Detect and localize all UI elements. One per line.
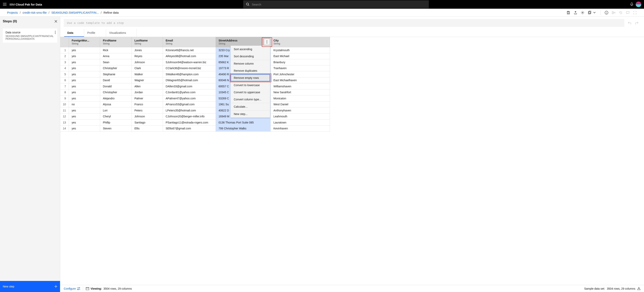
new-step-button[interactable]: New step bbox=[0, 281, 60, 292]
menu-new-step[interactable]: New step... bbox=[230, 110, 270, 118]
cell[interactable]: 0136 Thomas Port Suite 085 bbox=[216, 120, 271, 126]
cell[interactable]: Port Johnchester bbox=[271, 71, 330, 78]
cell[interactable]: Lauratown bbox=[271, 120, 330, 126]
user-avatar[interactable] bbox=[636, 2, 641, 7]
cell[interactable]: Johnson bbox=[132, 59, 163, 65]
cell[interactable]: Stephanie bbox=[100, 71, 132, 78]
cell[interactable]: SEllis67@gmail.com bbox=[163, 126, 216, 132]
menu-sort-descending[interactable]: Sort descending bbox=[230, 53, 270, 60]
flow-icon[interactable] bbox=[612, 11, 616, 15]
cell[interactable]: East Michaelhaven bbox=[271, 78, 330, 84]
history-icon[interactable] bbox=[619, 11, 623, 15]
cell[interactable]: Ellis bbox=[132, 126, 163, 132]
tab-profile[interactable]: Profile bbox=[84, 29, 106, 37]
breadcrumb-asset[interactable]: SEANSUND.SMSAPPLICANTFIN... bbox=[51, 11, 99, 14]
cell[interactable]: Sean bbox=[100, 59, 132, 65]
menu-remove-column[interactable]: Remove column bbox=[230, 60, 270, 67]
cell[interactable]: Peters bbox=[132, 108, 163, 114]
cell[interactable]: RJones49@francis.net bbox=[163, 47, 216, 53]
info-icon[interactable] bbox=[604, 11, 608, 15]
export-icon[interactable] bbox=[574, 11, 578, 15]
cell[interactable]: SJohnson94@watson-warren.biz bbox=[163, 59, 216, 65]
cell[interactable]: yes bbox=[69, 59, 100, 65]
cell[interactable]: CClark36@moore-mcneil.biz bbox=[163, 65, 216, 72]
menu-icon[interactable] bbox=[2, 1, 8, 8]
cell[interactable]: Anna bbox=[100, 53, 132, 60]
cell[interactable]: CJohnson20@berger-miller.info bbox=[163, 114, 216, 120]
overflow-icon[interactable] bbox=[55, 31, 56, 34]
redo-icon[interactable] bbox=[635, 22, 638, 24]
cell[interactable]: yes bbox=[69, 90, 100, 96]
configure-link[interactable]: Configure bbox=[64, 287, 80, 290]
cell[interactable]: Santiago bbox=[132, 120, 163, 126]
tab-data[interactable]: Data bbox=[64, 29, 84, 37]
cell[interactable]: Franco bbox=[132, 102, 163, 108]
cell[interactable]: AFranco53@gmail.com bbox=[163, 102, 216, 108]
cell[interactable]: Tranhaven bbox=[271, 65, 330, 72]
cell[interactable]: Kevinhaven bbox=[271, 126, 330, 132]
cell[interactable]: Anthonyhaven bbox=[271, 108, 330, 114]
code-template-input[interactable] bbox=[64, 19, 624, 27]
column-header[interactable]: LastNameString bbox=[132, 37, 163, 47]
cell[interactable]: Reyes bbox=[132, 53, 163, 60]
cell[interactable]: yes bbox=[69, 47, 100, 53]
fullscreen-icon[interactable] bbox=[633, 11, 637, 15]
column-menu-button[interactable] bbox=[264, 39, 270, 45]
cell[interactable]: APalmer47@yahoo.com bbox=[163, 95, 216, 102]
cell[interactable]: Williamshaven bbox=[271, 83, 330, 90]
cell[interactable]: Alyssa bbox=[100, 102, 132, 108]
settings-icon[interactable] bbox=[581, 11, 584, 15]
menu-convert-lowercase[interactable]: Convert to lowercase bbox=[230, 82, 270, 89]
cell[interactable]: yes bbox=[69, 120, 100, 126]
menu-calculate[interactable]: Calculate... bbox=[230, 103, 270, 110]
cell[interactable]: Donald bbox=[100, 83, 132, 90]
save-icon[interactable] bbox=[566, 11, 570, 15]
menu-sort-ascending[interactable]: Sort ascending bbox=[230, 46, 270, 53]
cell[interactable]: Phillip bbox=[100, 120, 132, 126]
jobs-icon[interactable] bbox=[588, 11, 592, 15]
cell[interactable]: Christopher bbox=[100, 65, 132, 72]
cell[interactable]: Cheryl bbox=[100, 114, 132, 120]
cell[interactable]: yes bbox=[69, 95, 100, 102]
cell[interactable]: yes bbox=[69, 78, 100, 84]
cell[interactable]: Johnson bbox=[132, 114, 163, 120]
column-header[interactable]: EmailString bbox=[163, 37, 216, 47]
cell[interactable]: Allen bbox=[132, 83, 163, 90]
cell[interactable]: AReyes98@hotmail.com bbox=[163, 53, 216, 60]
warning-icon[interactable] bbox=[637, 287, 640, 290]
cell[interactable]: Jordan bbox=[132, 90, 163, 96]
close-icon[interactable] bbox=[54, 20, 57, 23]
cell[interactable]: Brianbury bbox=[271, 59, 330, 65]
cell[interactable]: Rick bbox=[100, 47, 132, 53]
tab-visualizations[interactable]: Visualizations bbox=[106, 29, 137, 37]
cell[interactable]: West Daniel bbox=[271, 102, 330, 108]
cell[interactable]: Walker bbox=[132, 71, 163, 78]
cell[interactable]: 799 Christopher Walks bbox=[216, 126, 271, 132]
undo-icon[interactable] bbox=[628, 22, 631, 24]
global-search[interactable] bbox=[243, 1, 429, 8]
cell[interactable]: Steven bbox=[100, 126, 132, 132]
cell[interactable]: Krystalmouth bbox=[271, 47, 330, 53]
cell[interactable]: yes bbox=[69, 126, 100, 132]
cell[interactable]: Leahmouth bbox=[271, 114, 330, 120]
cell[interactable]: Palmer bbox=[132, 95, 163, 102]
cell[interactable]: Wagner bbox=[132, 78, 163, 84]
cell[interactable]: yes bbox=[69, 114, 100, 120]
cell[interactable]: Jones bbox=[132, 47, 163, 53]
menu-remove-duplicates[interactable]: Remove duplicates bbox=[230, 67, 270, 74]
menu-remove-empty-rows[interactable]: Remove empty rows bbox=[230, 74, 270, 81]
cell[interactable]: East Michael bbox=[271, 53, 330, 60]
cell[interactable]: DAllen33@gmail.com bbox=[163, 83, 216, 90]
cell[interactable]: yes bbox=[69, 83, 100, 90]
cell[interactable]: David bbox=[100, 78, 132, 84]
breadcrumb-project[interactable]: credit-risk-sms-file bbox=[22, 11, 46, 14]
cell[interactable]: Monicaton bbox=[271, 95, 330, 102]
cell[interactable]: Alejandro bbox=[100, 95, 132, 102]
cell[interactable]: LPeters35@hotmail.com bbox=[163, 108, 216, 114]
column-header[interactable]: FirstNameString bbox=[100, 37, 132, 47]
cell[interactable]: Lori bbox=[100, 108, 132, 114]
menu-convert-uppercase[interactable]: Convert to uppercase bbox=[230, 89, 270, 96]
cell[interactable]: Christopher bbox=[100, 90, 132, 96]
chevron-down-icon[interactable] bbox=[592, 11, 596, 15]
breadcrumb-projects[interactable]: Projects bbox=[7, 11, 18, 14]
